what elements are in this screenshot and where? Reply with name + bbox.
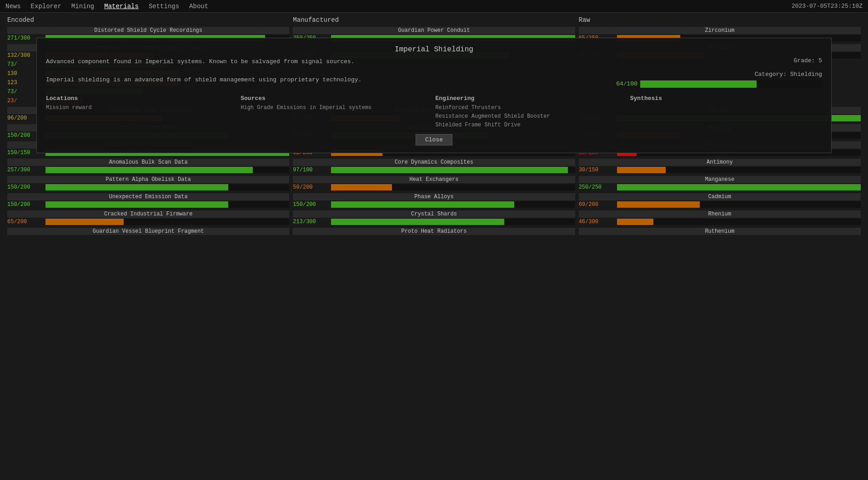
bar-label: 213/300 [293,219,329,225]
nav-materials[interactable]: Materials [104,3,139,10]
bar-label: 69/200 [579,201,615,208]
bar-container: 46/300 [579,219,861,225]
material-item[interactable]: Phase Alloys150/200 [291,193,577,209]
material-item[interactable]: Heat Exchangers50/200 [291,175,577,192]
bar-container: 69/200 [579,201,861,208]
material-name: Cadmium [579,193,861,200]
bar-label: 150/200 [7,201,44,208]
locations-label: Locations [46,95,238,102]
bar-container: 97/100 [293,167,575,173]
bar-fill [617,167,666,173]
synthesis-label: Synthesis [630,95,822,102]
material-name: Proto Heat Radiators [293,228,575,235]
material-item[interactable]: Antimony30/150 [577,158,863,175]
close-button[interactable]: Close [416,134,452,145]
engineering-values: Reinforced Thrusters Resistance Augmente… [436,104,627,130]
material-name: Heat Exchangers [293,176,575,183]
bar-fill [45,167,253,173]
locations-value: Mission reward [46,104,238,112]
bar-track [331,219,575,225]
material-item[interactable]: Ruthenium [577,227,863,237]
material-name: Guardian Power Conduit [293,27,575,34]
modal-bar-row: 64/100 [616,80,822,88]
bar-container: 150/200 [7,201,289,208]
bar-fill [331,184,392,190]
bar-fill [617,184,861,190]
section-manufactured: Manufactured [291,16,577,24]
bar-fill [45,184,228,190]
material-item[interactable]: Cadmium69/200 [577,193,863,209]
material-item[interactable]: Core Dynamics Composites97/100 [291,158,577,175]
bar-track [617,219,861,225]
material-item[interactable]: Manganese250/250 [577,175,863,192]
modal-grade: Grade: 5 [794,57,822,64]
bar-label: 250/250 [579,184,615,190]
modal-locations: Locations Mission reward [46,95,238,130]
material-name: Phase Alloys [293,193,575,200]
bar-container: 257/300 [7,167,289,173]
bar-label: 150/200 [293,201,329,208]
bar-fill [617,201,700,208]
material-item[interactable]: Unexpected Emission Data150/200 [5,193,291,209]
material-name: Crystal Shards [293,210,575,218]
material-item[interactable]: Crystal Shards213/300 [291,210,577,226]
bar-track [45,184,289,190]
nav-news[interactable]: News [5,3,21,10]
material-name: Guardian Vessel Blueprint Fragment [7,228,289,235]
material-name: Anomalous Bulk Scan Data [7,159,289,166]
bar-container: 213/300 [293,219,575,225]
bar-container: 150/200 [7,184,289,190]
material-name: Antimony [579,159,861,166]
bar-label: 97/100 [293,167,329,173]
bar-label: 46/300 [579,219,615,225]
bar-label: 150/200 [7,184,44,190]
material-name: Core Dynamics Composites [293,159,575,166]
bar-fill [331,201,514,208]
section-raw: Raw [577,16,863,24]
bar-container: 250/250 [579,184,861,190]
bar-track [331,184,575,190]
bar-fill [617,219,653,225]
material-name: Zirconium [579,27,861,34]
modal-title: Imperial Shielding [46,45,822,54]
bar-fill [45,219,124,225]
material-item[interactable]: Rhenium46/300 [577,210,863,226]
material-name: Pattern Alpha Obelisk Data [7,176,289,183]
section-encoded: Encoded [5,16,291,24]
modal-desc1: Advanced component found in Imperial sys… [46,57,790,66]
timestamp: 2023-07-05T23:25:10Z [792,3,863,10]
sources-label: Sources [241,95,432,102]
material-name: Ruthenium [579,228,861,235]
bar-label: 30/150 [579,167,615,173]
modal-desc2: Imperial shielding is an advanced form o… [46,75,612,85]
bar-track [617,201,861,208]
bar-track [617,167,861,173]
nav-mining[interactable]: Mining [71,3,94,10]
bar-container: 65/200 [7,219,289,225]
nav-about[interactable]: About [189,3,208,10]
material-item[interactable]: Pattern Alpha Obelisk Data150/200 [5,175,291,192]
bar-track [331,167,575,173]
engineering-label: Engineering [436,95,627,102]
modal-sources: Sources High Grade Emissions in Imperial… [241,95,432,130]
sources-value: High Grade Emissions in Imperial systems [241,104,432,112]
material-item[interactable]: Cracked Industrial Firmware65/200 [5,210,291,226]
material-item[interactable]: Proto Heat Radiators [291,227,577,237]
bar-track [45,167,289,173]
nav-settings[interactable]: Settings [149,3,179,10]
bar-fill [331,167,567,173]
bar-label: 50/200 [293,184,329,190]
material-name: Unexpected Emission Data [7,193,289,200]
bar-track [617,184,861,190]
bar-container: 30/150 [579,167,861,173]
material-name: Rhenium [579,210,861,218]
nav-explorer[interactable]: Explorer [31,3,61,10]
top-nav: News Explorer Mining Materials Settings … [0,0,868,13]
modal-overlay: Imperial Shielding Advanced component fo… [36,38,832,153]
material-name: Cracked Industrial Firmware [7,210,289,218]
bar-fill [45,201,228,208]
modal-bar-label: 64/100 [616,80,637,87]
material-item[interactable]: Anomalous Bulk Scan Data257/300 [5,158,291,175]
material-item[interactable]: Guardian Vessel Blueprint Fragment [5,227,291,237]
bar-track [45,219,289,225]
